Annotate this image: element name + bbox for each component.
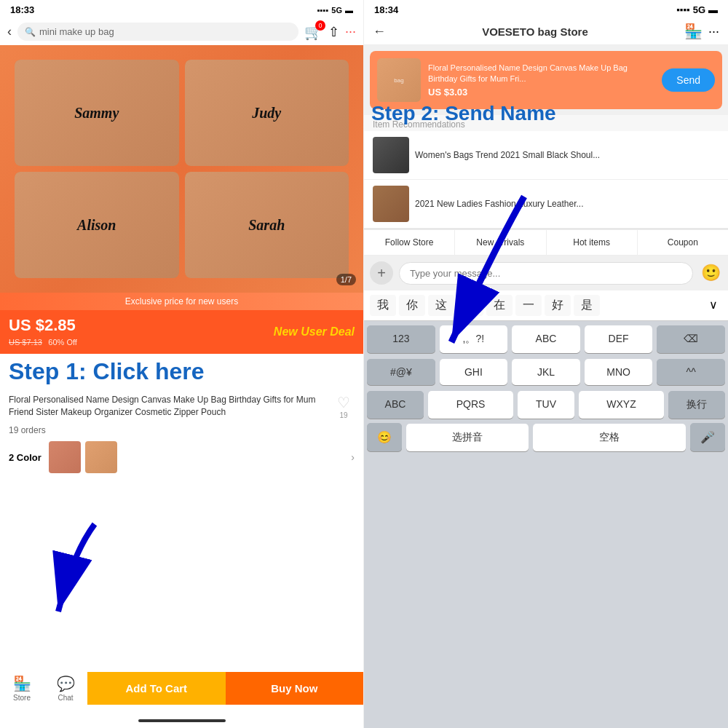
rec-item-2[interactable]: 2021 New Ladies Fashion Luxury Leather..… xyxy=(364,180,728,229)
rec-thumb-1 xyxy=(373,137,409,173)
quick-char-0[interactable]: 我 xyxy=(370,295,396,316)
kb-key-tuv[interactable]: TUV xyxy=(518,391,574,419)
kb-key-pqrs[interactable]: PQRS xyxy=(428,391,513,419)
nav-bar-right: ← VOESETO bag Store 🏪 ··· xyxy=(364,18,728,45)
rec-thumb-2 xyxy=(373,186,409,222)
share-icon[interactable]: ⇧ xyxy=(328,24,339,40)
kb-bottom-row: 😊 选拼音 空格 🎤 xyxy=(364,423,728,456)
expand-icon[interactable]: ∨ xyxy=(705,295,722,316)
kb-pinyin-btn[interactable]: 选拼音 xyxy=(406,424,529,451)
quick-char-6[interactable]: 好 xyxy=(545,295,571,316)
quick-char-7[interactable]: 是 xyxy=(574,295,600,316)
rec-item-1[interactable]: Women's Bags Trend 2021 Small Black Shou… xyxy=(364,131,728,180)
keyboard-rows: 123 ,。?! ABC DEF ⌫ #@¥ GHI JKL MNO ^^ AB… xyxy=(364,321,728,423)
kb-key-abc-2[interactable]: ABC xyxy=(367,391,424,419)
battery-right: ▬ xyxy=(708,4,718,15)
send-button[interactable]: Send xyxy=(662,68,715,92)
buy-now-button[interactable]: Buy Now xyxy=(226,672,364,705)
bag-alison: Alison xyxy=(15,172,179,278)
orders-text: 19 orders xyxy=(0,424,363,437)
heart-icon[interactable]: ♡ xyxy=(337,394,350,411)
status-bar-left: 18:33 ▪▪▪▪ 5G ▬ xyxy=(0,0,363,18)
quick-char-2[interactable]: 这 xyxy=(428,295,454,316)
quick-char-5[interactable]: 一 xyxy=(515,295,542,316)
kb-emoji-btn[interactable]: 😊 xyxy=(367,423,402,451)
price-bar: US $2.85 US $7.13 60% Off New User Deal xyxy=(0,310,363,354)
image-counter: 1/7 xyxy=(336,274,356,285)
color-section: 2 Color › xyxy=(0,437,363,478)
step1-label: Step 1: Click here xyxy=(0,354,363,389)
time-right: 18:34 xyxy=(374,4,398,15)
kb-space-btn[interactable]: 空格 xyxy=(533,424,686,451)
signal-bars-right: ▪▪▪▪ xyxy=(676,4,689,15)
emoji-button[interactable]: 🙂 xyxy=(699,261,722,285)
time-left: 18:33 xyxy=(10,4,34,15)
bag-sarah: Sarah xyxy=(185,172,349,278)
quick-char-3[interactable]: 不 xyxy=(457,295,483,316)
signal-icons-right: ▪▪▪▪ 5G ▬ xyxy=(676,4,718,15)
coupon-btn[interactable]: Coupon xyxy=(638,230,728,255)
chat-label: Chat xyxy=(58,694,73,702)
back-icon-right[interactable]: ← xyxy=(373,24,386,39)
home-indicator-left xyxy=(0,709,363,728)
kb-row-1: 123 ,。?! ABC DEF ⌫ xyxy=(367,325,725,353)
back-icon[interactable]: ‹ xyxy=(7,24,12,39)
add-to-cart-button[interactable]: Add To Cart xyxy=(87,672,226,705)
kb-key-mno[interactable]: MNO xyxy=(585,359,653,385)
product-card-price: US $3.03 xyxy=(428,87,654,98)
kb-key-abc-1[interactable]: ABC xyxy=(512,325,580,353)
chat-icon: 💬 xyxy=(57,675,75,692)
rec-text-1: Women's Bags Trend 2021 Small Black Shou… xyxy=(415,149,600,162)
product-title-row: Floral Personalised Name Design Canvas M… xyxy=(0,389,363,424)
kb-key-jkl[interactable]: JKL xyxy=(512,359,580,385)
kb-key-123[interactable]: 123 xyxy=(367,325,435,353)
kb-key-def[interactable]: DEF xyxy=(585,325,653,353)
quick-char-1[interactable]: 你 xyxy=(399,295,425,316)
product-card-info: Floral Personalised Name Design Canvas M… xyxy=(428,63,654,98)
kb-key-newline[interactable]: 换行 xyxy=(668,391,725,419)
signal-icons-left: ▪▪▪▪ 5G ▬ xyxy=(317,6,353,15)
hot-items-btn[interactable]: Hot items xyxy=(547,230,638,255)
price-discount: 60% Off xyxy=(48,338,77,347)
cart-icon[interactable]: 🛒0 xyxy=(304,23,323,41)
new-arrivals-btn[interactable]: New arrivals xyxy=(455,230,546,255)
home-bar xyxy=(138,719,226,722)
price-original: US $7.13 xyxy=(9,338,42,347)
product-title: Floral Personalised Name Design Canvas M… xyxy=(9,394,325,419)
kb-key-ghi[interactable]: GHI xyxy=(440,359,508,385)
kb-key-backspace[interactable]: ⌫ xyxy=(657,325,725,353)
follow-store-btn[interactable]: Follow Store xyxy=(364,230,455,255)
plus-button[interactable]: + xyxy=(370,261,393,285)
keyboard-area: 我 你 这 不 在 一 好 是 ∨ 123 ,。?! ABC DEF ⌫ xyxy=(364,290,728,728)
chevron-right-icon[interactable]: › xyxy=(351,451,355,463)
network-type-left: 5G xyxy=(331,6,342,15)
store-icon: 🏪 xyxy=(13,675,31,692)
message-input[interactable] xyxy=(399,262,693,285)
more-icon[interactable]: ··· xyxy=(345,24,356,39)
more-icon-right[interactable]: ··· xyxy=(708,24,719,39)
search-box[interactable]: 🔍 mini make up bag xyxy=(17,23,298,41)
chat-nav-item[interactable]: 💬 Chat xyxy=(44,675,87,702)
bag-judy: Judy xyxy=(185,60,349,166)
price-main: US $2.85 xyxy=(9,316,77,335)
kb-mic-btn[interactable]: 🎤 xyxy=(690,423,725,451)
likes-count: 19 xyxy=(339,411,347,419)
bottom-bar: 🏪 Store 💬 Chat Add To Cart Buy Now xyxy=(0,668,363,728)
kb-key-caret[interactable]: ^^ xyxy=(657,359,725,385)
color-swatch-2[interactable] xyxy=(85,441,117,473)
shop-icon[interactable]: 🏪 xyxy=(684,23,703,40)
kb-row-3: ABC PQRS TUV WXYZ 换行 xyxy=(367,391,725,419)
store-nav-item[interactable]: 🏪 Store xyxy=(0,675,44,702)
kb-key-punct[interactable]: ,。?! xyxy=(440,325,508,353)
network-type-right: 5G xyxy=(693,4,705,15)
message-input-row: + 🙂 xyxy=(364,256,728,290)
kb-key-wxyz[interactable]: WXYZ xyxy=(579,391,664,419)
color-label: 2 Color xyxy=(9,452,41,463)
quick-actions: Follow Store New arrivals Hot items Coup… xyxy=(364,229,728,256)
color-swatches xyxy=(49,441,344,473)
kb-key-special[interactable]: #@¥ xyxy=(367,359,435,385)
heart-area[interactable]: ♡ 19 xyxy=(333,394,355,419)
nav-bar-left: ‹ 🔍 mini make up bag 🛒0 ⇧ ··· xyxy=(0,18,363,45)
color-swatch-1[interactable] xyxy=(49,441,81,473)
quick-char-4[interactable]: 在 xyxy=(486,295,513,316)
